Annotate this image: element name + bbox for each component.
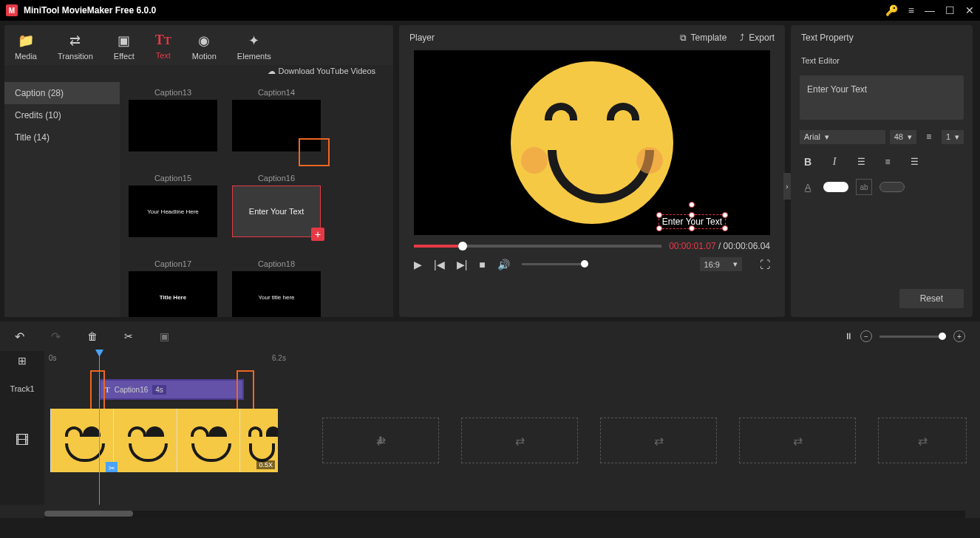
caption-clip[interactable]: T Caption16 4s [99, 379, 244, 400]
drop-slot-download[interactable]: ⬇ [368, 418, 393, 463]
upgrade-icon[interactable]: 🔑 [885, 4, 898, 16]
timeline-toolbar: ↶ ↷ 🗑 ✂ ▣ ⏸ − + [0, 321, 980, 351]
library-toolbar: 📁Media ⇄Transition ▣Effect TTText ◉Motio… [4, 25, 393, 65]
video-clip[interactable]: 0.5X ✂ [50, 409, 278, 472]
main-area: 📁Media ⇄Transition ▣Effect TTText ◉Motio… [0, 21, 980, 321]
delete-button[interactable]: 🗑 [87, 330, 98, 342]
snap-icon[interactable]: ⏸ [844, 331, 853, 341]
split-button[interactable]: ✂ [124, 330, 133, 342]
volume-icon[interactable]: 🔊 [497, 259, 510, 270]
preview-video-frame [511, 61, 673, 224]
ruler-mark-0: 0s [49, 354, 57, 362]
bold-button[interactable]: B [800, 154, 816, 170]
caption-track[interactable]: T Caption16 4s [44, 370, 980, 407]
drop-slot[interactable]: ⇄ [600, 418, 717, 463]
thumb-caption17[interactable]: Title Here [129, 271, 217, 317]
tab-motion[interactable]: ◉Motion [182, 25, 227, 65]
cat-credits[interactable]: Credits (10) [4, 104, 120, 126]
next-frame-button[interactable]: ▶| [457, 259, 468, 270]
italic-button[interactable]: I [826, 154, 843, 170]
timecode: 00:00:01.07 / 00:00:06.04 [669, 241, 770, 251]
drop-slot[interactable]: ⇄ [878, 418, 967, 463]
close-icon[interactable]: ✕ [965, 4, 974, 16]
video-lane-icon: 🎞 [0, 407, 44, 474]
add-caption-button[interactable]: + [311, 228, 324, 241]
text-editor-label: Text Editor [791, 50, 973, 71]
category-list: Caption (28) Credits (10) Title (14) [4, 82, 120, 317]
text-color-icon[interactable]: A [800, 179, 816, 195]
crop-button[interactable]: ▣ [160, 330, 169, 342]
add-track-icon[interactable]: ⊞ [0, 351, 44, 370]
app-logo-icon: M [6, 4, 18, 16]
font-size-select[interactable]: 48▾ [890, 130, 916, 144]
seek-bar[interactable] [414, 245, 661, 248]
time-ruler[interactable]: 0s 6.2s [44, 351, 980, 370]
cat-title[interactable]: Title (14) [4, 126, 120, 149]
cat-all[interactable]: All (52) [13, 71, 39, 80]
prev-frame-button[interactable]: |◀ [434, 259, 445, 270]
thumb-caption16[interactable]: Enter Your Text+ [232, 185, 321, 237]
minimize-icon[interactable]: — [925, 4, 935, 16]
thumb-label: Caption18 [258, 259, 295, 268]
thumb-label: Caption14 [258, 88, 295, 97]
redo-button[interactable]: ↷ [51, 330, 61, 344]
ruler-mark-6: 6.2s [272, 354, 286, 362]
maximize-icon[interactable]: ☐ [945, 4, 955, 16]
line-spacing-select[interactable]: 1▾ [942, 130, 964, 144]
titlebar: M MiniTool MovieMaker Free 6.0.0 🔑 ≡ — ☐… [0, 0, 980, 21]
thumb-caption18[interactable]: Your title here [232, 271, 321, 317]
play-button[interactable]: ▶ [414, 259, 422, 270]
thumb-caption13[interactable] [129, 100, 217, 151]
player-title: Player [409, 33, 435, 43]
text-property-title: Text Property [791, 25, 973, 50]
download-youtube-link[interactable]: ☁ Download YouTube Videos [268, 67, 375, 75]
timeline-scrollbar[interactable] [44, 511, 965, 518]
drop-slot[interactable]: ⇄ [461, 418, 578, 463]
align-center-button[interactable]: ≡ [879, 154, 896, 170]
align-left-button[interactable]: ☰ [853, 154, 869, 170]
stop-button[interactable]: ■ [479, 259, 485, 270]
undo-button[interactable]: ↶ [15, 330, 24, 344]
speed-badge: 0.5X [256, 460, 275, 469]
cat-caption[interactable]: Caption (28) [4, 82, 120, 104]
split-marker-icon[interactable]: ✂ [106, 462, 118, 472]
volume-slider[interactable] [522, 263, 588, 265]
line-spacing-icon[interactable]: ≡ [921, 129, 937, 145]
hamburger-menu-icon[interactable]: ≡ [908, 4, 914, 16]
export-button[interactable]: ⤴Export [740, 33, 775, 43]
video-track[interactable]: 0.5X ✂ ⇄ ⇄ ⇄ ⇄ ⇄ ⬇ [44, 409, 980, 475]
chevron-down-icon: ▾ [733, 259, 738, 269]
tab-transition[interactable]: ⇄Transition [47, 25, 103, 65]
thumb-caption14[interactable] [232, 100, 321, 151]
highlight-color-swatch[interactable] [879, 182, 905, 192]
tab-elements[interactable]: ✦Elements [227, 25, 282, 65]
highlight-color-icon[interactable]: ab [856, 179, 872, 195]
tab-text[interactable]: TTText [145, 25, 182, 65]
tab-effect[interactable]: ▣Effect [103, 25, 145, 65]
thumb-label: Caption17 [154, 259, 191, 268]
playhead[interactable] [99, 351, 100, 505]
template-button[interactable]: ⧉Template [680, 33, 727, 43]
zoom-in-button[interactable]: + [953, 330, 965, 342]
thumb-caption15[interactable]: Your Headline Here [129, 185, 217, 237]
chevron-down-icon: ▾ [825, 132, 829, 142]
zoom-out-button[interactable]: − [860, 330, 872, 342]
text-color-swatch[interactable] [823, 182, 848, 192]
thumb-label: Caption16 [258, 174, 295, 183]
reset-button[interactable]: Reset [899, 289, 964, 308]
text-property-panel: › Text Property Text Editor Enter Your T… [791, 25, 973, 317]
text-content-input[interactable]: Enter Your Text [800, 75, 964, 120]
timeline-tracks[interactable]: 0s 6.2s T Caption16 4s 0.5X ✂ ⇄ [44, 351, 980, 505]
thumb-label: Caption15 [154, 174, 191, 183]
panel-collapse-handle[interactable]: › [783, 173, 791, 200]
drop-slot[interactable]: ⇄ [739, 418, 856, 463]
preview-canvas[interactable]: Enter Your Text [414, 50, 770, 235]
tab-media[interactable]: 📁Media [4, 25, 47, 65]
track1-label: Track1 [0, 370, 44, 407]
zoom-slider[interactable] [879, 336, 946, 338]
font-family-select[interactable]: Arial▾ [800, 130, 885, 144]
align-right-button[interactable]: ☰ [906, 154, 922, 170]
text-overlay[interactable]: Enter Your Text [659, 214, 726, 229]
aspect-ratio-select[interactable]: 16:9▾ [700, 257, 742, 271]
fullscreen-icon[interactable]: ⛶ [760, 259, 770, 270]
